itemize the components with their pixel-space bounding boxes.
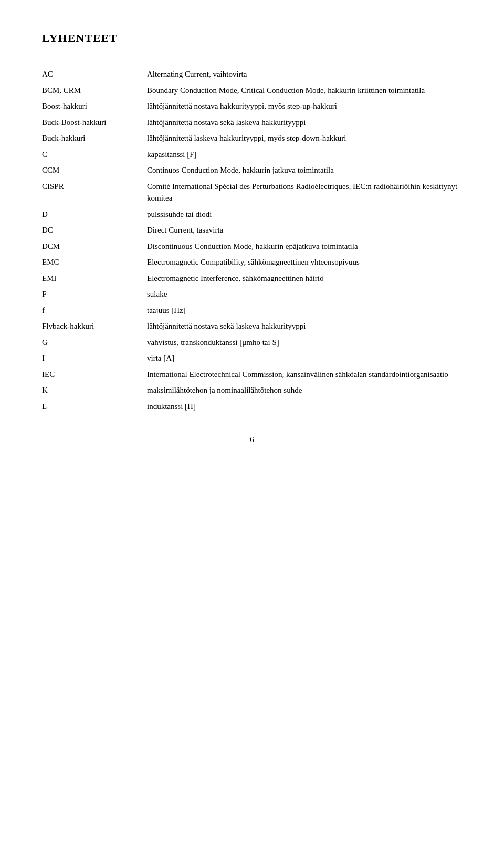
abbreviations-table: ACAlternating Current, vaihtovirtaBCM, C… [42,66,462,414]
table-row: CISPRComité International Spécial des Pe… [42,179,462,206]
abbreviation-term: DCM [42,238,147,255]
abbreviation-definition: lähtöjännitettä nostava sekä laskeva hak… [147,114,462,131]
abbreviation-term: BCM, CRM [42,82,147,99]
abbreviation-term: I [42,350,147,366]
abbreviation-definition: Discontinuous Conduction Mode, hakkurin … [147,238,462,255]
abbreviation-definition: lähtöjännitettä laskeva hakkurityyppi, m… [147,130,462,146]
abbreviation-definition: kapasitanssi [F] [147,146,462,163]
abbreviation-definition: sulake [147,286,462,302]
abbreviation-definition: lähtöjännitettä nostava hakkurityyppi, m… [147,98,462,114]
abbreviation-term: Flyback-hakkuri [42,318,147,334]
table-row: Flyback-hakkurilähtöjännitettä nostava s… [42,318,462,334]
abbreviation-definition: taajuus [Hz] [147,302,462,319]
abbreviation-definition: Electromagnetic Compatibility, sähkömagn… [147,254,462,270]
table-row: EMCElectromagnetic Compatibility, sähköm… [42,254,462,270]
abbreviation-definition: International Electrotechnical Commissio… [147,366,462,383]
table-row: ACAlternating Current, vaihtovirta [42,66,462,82]
table-row: DCMDiscontinuous Conduction Mode, hakkur… [42,238,462,255]
table-row: Ckapasitanssi [F] [42,146,462,163]
abbreviation-definition: maksimilähtötehon ja nominaalilähtötehon… [147,382,462,398]
page-number: 6 [42,435,462,444]
abbreviation-term: Buck-Boost-hakkuri [42,114,147,131]
table-row: Ivirta [A] [42,350,462,366]
table-row: BCM, CRMBoundary Conduction Mode, Critic… [42,82,462,99]
abbreviation-term: Buck-hakkuri [42,130,147,146]
table-row: Kmaksimilähtötehon ja nominaalilähtöteho… [42,382,462,398]
abbreviation-definition: Direct Current, tasavirta [147,222,462,238]
abbreviation-term: EMI [42,270,147,287]
table-row: Dpulssisuhde tai diodi [42,206,462,223]
table-row: CCMContinuos Conduction Mode, hakkurin j… [42,162,462,179]
table-row: IECInternational Electrotechnical Commis… [42,366,462,383]
abbreviation-term: IEC [42,366,147,383]
table-row: DCDirect Current, tasavirta [42,222,462,238]
abbreviation-term: AC [42,66,147,82]
table-row: Linduktanssi [H] [42,398,462,415]
abbreviation-term: F [42,286,147,302]
abbreviation-definition: vahvistus, transkonduktanssi [μmho tai S… [147,334,462,351]
table-row: Gvahvistus, transkonduktanssi [μmho tai … [42,334,462,351]
table-row: Buck-Boost-hakkurilähtöjännitettä nostav… [42,114,462,131]
abbreviation-definition: Electromagnetic Interference, sähkömagne… [147,270,462,287]
abbreviation-definition: Continuos Conduction Mode, hakkurin jatk… [147,162,462,179]
table-row: ftaajuus [Hz] [42,302,462,319]
abbreviation-term: Boost-hakkuri [42,98,147,114]
abbreviation-term: CCM [42,162,147,179]
table-row: Boost-hakkurilähtöjännitettä nostava hak… [42,98,462,114]
abbreviation-term: L [42,398,147,415]
abbreviation-definition: lähtöjännitettä nostava sekä laskeva hak… [147,318,462,334]
table-row: Fsulake [42,286,462,302]
abbreviation-term: f [42,302,147,319]
abbreviation-term: DC [42,222,147,238]
abbreviation-term: CISPR [42,179,147,206]
abbreviation-term: EMC [42,254,147,270]
table-row: Buck-hakkurilähtöjännitettä laskeva hakk… [42,130,462,146]
abbreviation-definition: Boundary Conduction Mode, Critical Condu… [147,82,462,99]
abbreviation-term: C [42,146,147,163]
abbreviation-definition: induktanssi [H] [147,398,462,415]
abbreviation-term: K [42,382,147,398]
abbreviation-term: G [42,334,147,351]
abbreviation-definition: Alternating Current, vaihtovirta [147,66,462,82]
abbreviation-term: D [42,206,147,223]
page-title: LYHENTEET [42,32,462,45]
abbreviation-definition: pulssisuhde tai diodi [147,206,462,223]
table-row: EMIElectromagnetic Interference, sähköma… [42,270,462,287]
abbreviation-definition: Comité International Spécial des Perturb… [147,179,462,206]
abbreviation-definition: virta [A] [147,350,462,366]
